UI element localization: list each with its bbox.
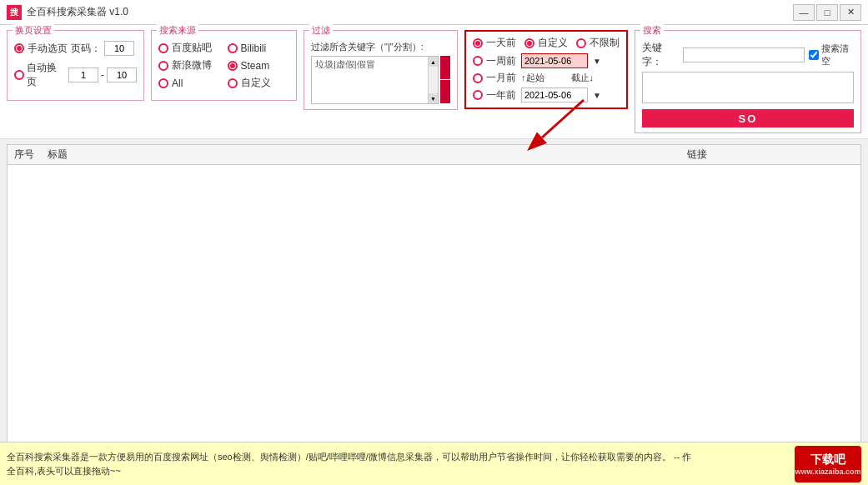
filter-bar-down[interactable] [440,80,450,103]
status-bar: 全百科搜索采集器是一款方便易用的百度搜索网址（seo检测、舆情检测）/贴吧/哔哩… [0,442,868,485]
app-title: 全百科搜索采集器 v1.0 [27,5,128,19]
status-text: 全百科搜索采集器是一款方便易用的百度搜索网址（seo检测、舆情检测）/贴吧/哔哩… [7,450,795,478]
scroll-down-arrow[interactable]: ▼ [429,93,438,103]
manual-page-label: 手动选页 [28,42,68,56]
filter-textarea-wrap: 垃圾|虚假|假冒 ▲ ▼ [311,56,439,104]
one-day-item[interactable]: 一天前 [473,36,516,50]
custom-radio[interactable] [524,38,534,48]
one-month-label: 一月前 [486,71,516,85]
source-bilibili-radio[interactable] [228,43,238,53]
source-baidu[interactable]: 百度贴吧 [158,41,221,55]
keyword-label: 关键字： [642,41,679,69]
close-button[interactable]: ✕ [840,4,861,21]
auto-page-radio[interactable] [14,70,24,80]
source-all-radio[interactable] [158,78,168,88]
search-panel: 搜索 关键字： 搜索清空 SO [635,30,861,133]
source-steam-radio[interactable] [228,61,238,71]
one-month-radio[interactable] [473,73,483,83]
source-weibo-radio[interactable] [158,61,168,71]
keyword-input[interactable] [683,48,805,62]
custom-label: 自定义 [538,36,568,50]
dropdown-arrow2-icon[interactable]: ▼ [593,91,601,100]
filter-textarea[interactable]: 垃圾|虚假|假冒 [312,57,438,103]
status-line1: 全百科搜索采集器是一款方便易用的百度搜索网址（seo检测、舆情检测）/贴吧/哔哩… [7,450,795,464]
title-bar-left: 搜 全百科搜索采集器 v1.0 [7,5,128,20]
filter-panel-title: 过滤 [309,24,333,37]
source-bilibili[interactable]: Bilibili [228,41,290,55]
custom-item[interactable]: 自定义 [524,36,568,50]
auto-to-input[interactable] [107,68,137,82]
auto-from-input[interactable] [68,68,98,82]
page-num-label: 页码： [71,42,101,56]
start-date-input[interactable] [521,53,588,68]
source-grid: 百度贴吧 Bilibili 新浪微博 Steam All [158,41,289,90]
source-all-label: All [172,78,183,89]
table-area: 序号 标题 链接 [7,144,861,452]
scroll-up-arrow[interactable]: ▲ [429,57,438,67]
source-weibo[interactable]: 新浪微博 [158,58,221,72]
col-link-header: 链接 [687,148,854,162]
source-all[interactable]: All [158,76,221,90]
one-week-radio[interactable] [473,56,483,66]
one-week-item[interactable]: 一周前 [473,54,516,68]
one-day-radio[interactable] [473,38,483,48]
col-title-header: 标题 [48,148,687,162]
search-textarea[interactable] [642,72,854,103]
filter-bar-up[interactable] [440,56,450,79]
panels-row: 换页设置 手动选页 页码： 自动换页 - 搜索来源 百度贴吧 [7,30,861,133]
source-steam[interactable]: Steam [228,58,290,72]
minimize-button[interactable]: — [793,4,815,21]
source-custom-radio[interactable] [228,78,238,88]
page-num-input[interactable] [104,41,134,56]
watermark-main: 下载吧 [810,452,845,468]
range-separator: - [101,69,104,81]
end-label: 截止↓ [571,72,595,84]
table-header: 序号 标题 链接 [8,145,860,165]
source-custom[interactable]: 自定义 [228,76,290,90]
manual-page-row: 手动选页 页码： [14,41,137,56]
one-year-radio[interactable] [473,90,483,100]
source-custom-label: 自定义 [241,76,271,90]
end-date-input[interactable] [521,88,588,102]
source-panel: 搜索来源 百度贴吧 Bilibili 新浪微博 Steam [151,30,297,101]
source-panel-title: 搜索来源 [157,24,198,37]
no-limit-label: 不限制 [590,36,620,50]
one-year-label: 一年前 [486,88,516,102]
col-num-header: 序号 [14,148,48,162]
filter-scrollbar[interactable]: ▲ ▼ [428,57,438,103]
clear-checkbox-label[interactable]: 搜索清空 [809,42,854,68]
watermark-sub: www.xiazaiba.com [795,468,860,476]
dropdown-arrow-icon[interactable]: ▼ [593,57,601,66]
no-limit-radio[interactable] [576,38,586,48]
source-weibo-label: 新浪微博 [172,58,212,72]
start-label: ↑起始 [521,72,544,84]
auto-page-label: 自动换页 [27,61,66,89]
search-panel-title: 搜索 [640,24,664,37]
maximize-button[interactable]: □ [816,4,838,21]
source-baidu-label: 百度贴吧 [172,41,212,55]
clear-checkbox[interactable] [809,50,819,60]
filter-panel: 过滤 过滤所含关键字（"|"分割）: 垃圾|虚假|假冒 ▲ ▼ [304,30,458,110]
one-day-label: 一天前 [486,36,516,50]
page-settings-title: 换页设置 [13,24,54,37]
one-year-item[interactable]: 一年前 [473,88,516,102]
filter-label: 过滤所含关键字（"|"分割）: [311,41,450,53]
one-week-label: 一周前 [486,54,516,68]
source-bilibili-label: Bilibili [241,42,267,54]
page-settings-panel: 换页设置 手动选页 页码： 自动换页 - [7,30,144,101]
title-bar: 搜 全百科搜索采集器 v1.0 — □ ✕ [0,0,868,25]
auto-page-row: 自动换页 - [14,61,137,89]
clear-label: 搜索清空 [821,42,854,68]
source-baidu-radio[interactable] [158,43,168,53]
status-line2: 全百科,表头可以直接拖动~~ [7,464,795,478]
watermark: 下载吧 www.xiazaiba.com [795,446,861,482]
search-keyword-row: 关键字： 搜索清空 [642,41,854,69]
one-month-item[interactable]: 一月前 [473,71,516,85]
manual-page-radio[interactable] [14,43,24,53]
date-filter-panel: 一天前 自定义 不限制 一周前 ▼ [464,30,628,109]
main-content: 换页设置 手动选页 页码： 自动换页 - 搜索来源 百度贴吧 [0,25,868,139]
no-limit-item[interactable]: 不限制 [576,36,620,50]
app-icon: 搜 [7,5,22,20]
search-go-button[interactable]: SO [642,109,854,128]
title-controls: — □ ✕ [793,4,861,21]
